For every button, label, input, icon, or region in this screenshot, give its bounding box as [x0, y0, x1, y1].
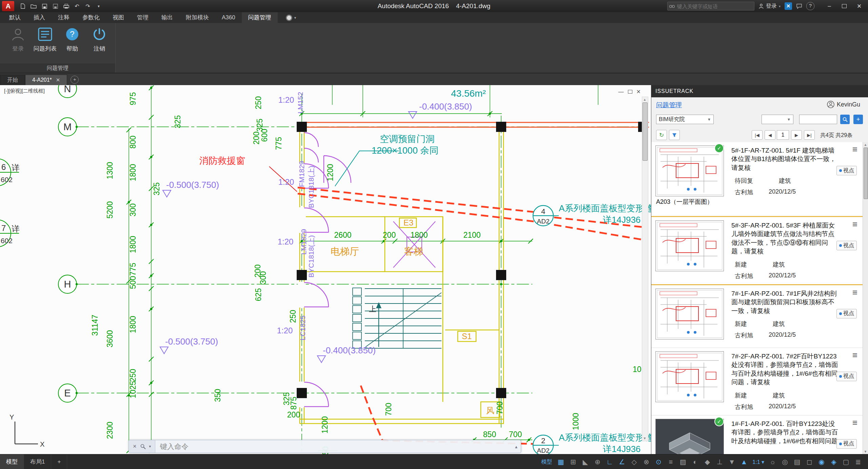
isometric-drafting-icon[interactable]: ◇	[628, 457, 640, 467]
card-menu-icon[interactable]: ≡	[852, 350, 857, 360]
ribbon-tab-参数化[interactable]: 参数化	[76, 12, 106, 23]
issue-card[interactable]: ≡ 7#-1F-AR-PZ-001. 7#1F风井2结构剖面与建筑剖面预留洞口和…	[651, 285, 863, 348]
user-account[interactable]: KevinGu	[827, 101, 860, 108]
ribbon-tab-插入[interactable]: 插入	[27, 12, 52, 23]
drawing-canvas[interactable]: 1300520036002300311479758001800300180077…	[0, 85, 651, 454]
filter-button[interactable]	[669, 130, 680, 140]
issue-manage-link[interactable]: 问题管理	[656, 101, 682, 110]
scroll-up-icon[interactable]: ▲	[642, 98, 647, 101]
scroll-up-icon[interactable]: ▲	[863, 143, 868, 146]
issue-thumbnail[interactable]	[655, 351, 724, 402]
card-menu-icon[interactable]: ≡	[852, 144, 857, 155]
issue-card[interactable]: ✓ ≡ 5#-1F-AR-TZ-001. 5#1F 建筑电梯墙体位置与B1结构图…	[651, 142, 863, 217]
file-tab-start[interactable]: 开始	[0, 75, 25, 85]
issue-list-scrollbar[interactable]: ▲ ▼	[863, 142, 868, 454]
command-history-icon[interactable]: ▴	[515, 444, 517, 449]
quick-properties-icon[interactable]: ▤	[791, 457, 803, 467]
transparency-icon[interactable]: ▨	[677, 457, 689, 467]
qat-customize-icon[interactable]: ▾	[95, 2, 102, 10]
viewpoint-button[interactable]: 视点	[836, 241, 857, 250]
snap-mode-icon[interactable]: ⊞	[567, 457, 579, 467]
vp-minimize-icon[interactable]: —	[618, 89, 624, 95]
isolate-objects-icon[interactable]: ◉	[816, 457, 827, 467]
ortho-mode-icon[interactable]: ∟	[604, 457, 615, 467]
lock-ui-icon[interactable]: ◻	[804, 457, 815, 467]
3d-object-snap-icon[interactable]: ◆	[702, 457, 713, 467]
dynamic-input-icon[interactable]: ⊕	[592, 457, 603, 467]
page-number-input[interactable]: 1	[777, 130, 789, 140]
refresh-button[interactable]: ↻	[656, 130, 667, 140]
selection-filtering-icon[interactable]: ▼	[726, 457, 737, 467]
card-menu-icon[interactable]: ≡	[852, 287, 857, 298]
signin-button[interactable]: 登录 ▾	[758, 3, 781, 10]
object-snap-tracking-icon[interactable]: ⊗	[640, 457, 652, 467]
type-select[interactable]: ▼	[762, 115, 793, 124]
prev-page-button[interactable]: ◀	[765, 130, 775, 140]
viewpoint-button[interactable]: 视点	[836, 439, 857, 449]
file-tab-drawing[interactable]: 4-A201*✕	[25, 75, 67, 85]
keyword-input[interactable]	[799, 115, 837, 124]
ribbon-tab-默认[interactable]: 默认	[3, 12, 27, 23]
org-select[interactable]: BIM研究院▼	[656, 115, 714, 124]
save-icon[interactable]	[41, 2, 48, 10]
lineweight-icon[interactable]: ≡	[665, 457, 676, 467]
ribbon-tab-问题管理[interactable]: 问题管理	[242, 12, 278, 23]
ribbon-tab-管理[interactable]: 管理	[131, 12, 155, 23]
viewpoint-button[interactable]: 视点	[836, 166, 857, 175]
signin-dropdown-icon[interactable]: ▾	[779, 4, 781, 8]
redo-icon[interactable]: ↷	[84, 2, 92, 10]
dynamic-ucs-icon[interactable]: ⊥	[714, 457, 725, 467]
issue-card[interactable]: ✓ ≡ 1#-F1-AR-PZ-001. 百叶BY1223处没有详图，参照墙身节…	[651, 415, 863, 454]
search-input[interactable]	[676, 2, 746, 10]
issue-thumbnail[interactable]	[655, 145, 724, 196]
close-button[interactable]: ✕	[852, 0, 867, 12]
issue-card[interactable]: ≡ 7#-2F-AR-PZ-001. 7#2F百叶BY1223处没有详图，参照墙…	[651, 348, 863, 415]
new-file-icon[interactable]	[19, 2, 26, 10]
layout-tab-布局1[interactable]: 布局1	[24, 454, 51, 469]
annotation-monitor-icon[interactable]: ◎	[779, 457, 791, 467]
ribbon-tab-视图[interactable]: 视图	[106, 12, 131, 23]
infer-constraints-icon[interactable]: ◣	[579, 457, 591, 467]
issue-thumbnail[interactable]	[655, 220, 724, 271]
last-page-button[interactable]: ▶|	[804, 130, 815, 140]
viewpoint-button[interactable]: 视点	[836, 372, 857, 381]
add-issue-button[interactable]: +	[853, 115, 863, 124]
card-menu-icon[interactable]: ≡	[852, 219, 857, 230]
exchange-apps-icon[interactable]: ✕	[785, 2, 792, 10]
help-search-box[interactable]	[667, 2, 754, 11]
customization-icon[interactable]: ≣	[852, 457, 864, 467]
minimize-button[interactable]: –	[822, 0, 837, 12]
plot-icon[interactable]	[62, 2, 70, 10]
polar-tracking-icon[interactable]: ∠	[616, 457, 628, 467]
undo-icon[interactable]: ↶	[73, 2, 81, 10]
command-close-icon[interactable]: ×	[133, 443, 137, 450]
vp-close-icon[interactable]: ✕	[636, 89, 641, 95]
help-icon[interactable]: ?	[806, 2, 814, 10]
command-prompt[interactable]: 键入命令	[160, 442, 189, 451]
search-button[interactable]	[840, 115, 850, 124]
ribbon-tab-A360[interactable]: A360	[215, 12, 242, 23]
vp-restore-icon[interactable]	[628, 90, 632, 94]
graphics-performance-icon[interactable]: ◈	[828, 457, 840, 467]
restore-button[interactable]	[837, 0, 852, 12]
scroll-thumb[interactable]	[643, 102, 648, 161]
command-customize-icon[interactable]	[140, 444, 146, 449]
issue-list-button[interactable]: 问题列表	[33, 26, 57, 56]
next-page-button[interactable]: ▶	[791, 130, 802, 140]
communication-center-icon[interactable]	[796, 3, 802, 9]
autocad-logo[interactable]: A	[2, 1, 14, 11]
command-line[interactable]: × ▾ 键入命令 ▴	[129, 440, 521, 453]
layout-tab-+[interactable]: +	[51, 454, 67, 469]
new-tab-button[interactable]: +	[71, 76, 79, 84]
close-tab-icon[interactable]: ✕	[56, 75, 60, 85]
ribbon-signin-button[interactable]: 登录	[6, 26, 30, 56]
scroll-down-icon[interactable]: ▼	[642, 436, 647, 440]
save-as-icon[interactable]	[52, 2, 59, 10]
workspace-switching-icon[interactable]: ☼	[767, 457, 778, 467]
canvas-scrollbar[interactable]: ▲ ▼	[642, 97, 648, 441]
record-tab-icon[interactable]: ▾	[282, 12, 300, 23]
selection-cycling-icon[interactable]: ◐	[689, 457, 701, 467]
ribbon-tab-输出[interactable]: 输出	[155, 12, 179, 23]
issue-card[interactable]: ≡ 5#-3F-AR-PZ-001. 5#3F 种植屋面女儿墙外饰面建筑节点做法…	[651, 217, 863, 285]
scroll-thumb[interactable]	[864, 148, 868, 199]
